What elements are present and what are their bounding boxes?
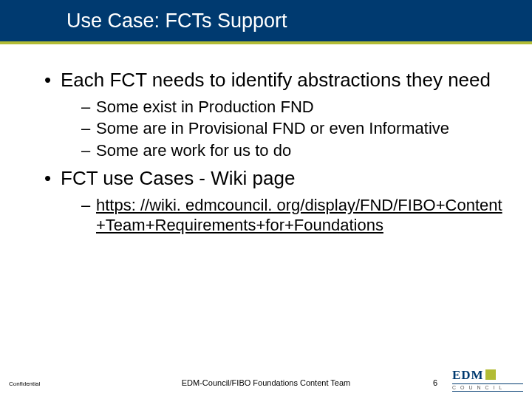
slide: Use Case: FCTs Support Each FCT needs to… bbox=[0, 0, 532, 399]
logo-main-text: EDM bbox=[452, 368, 484, 383]
sub-item: Some are in Provisional FND or even Info… bbox=[61, 118, 502, 139]
slide-title: Use Case: FCTs Support bbox=[66, 10, 287, 33]
logo-square-icon bbox=[485, 369, 496, 380]
edm-council-logo: EDM C O U N C I L bbox=[452, 368, 523, 389]
bullet-list: Each FCT needs to identify abstractions … bbox=[38, 68, 502, 236]
bullet-item: Each FCT needs to identify abstractions … bbox=[38, 68, 502, 160]
bullet-text: Each FCT needs to identify abstractions … bbox=[61, 69, 491, 91]
logo-sub-text: C O U N C I L bbox=[452, 383, 523, 392]
content-area: Each FCT needs to identify abstractions … bbox=[38, 68, 502, 242]
title-band: Use Case: FCTs Support bbox=[0, 0, 532, 44]
sub-list: https: //wiki. edmcouncil. org/display/F… bbox=[61, 195, 502, 236]
sub-item-link: https: //wiki. edmcouncil. org/display/F… bbox=[61, 195, 502, 236]
sub-list: Some exist in Production FND Some are in… bbox=[61, 97, 502, 161]
page-number: 6 bbox=[433, 378, 437, 387]
sub-item: Some exist in Production FND bbox=[61, 97, 502, 117]
bullet-item: FCT use Cases - Wiki page https: //wiki.… bbox=[38, 166, 502, 236]
bullet-text: FCT use Cases - Wiki page bbox=[61, 167, 295, 189]
wiki-link[interactable]: https: //wiki. edmcouncil. org/display/F… bbox=[96, 196, 502, 235]
footer: Confidential EDM-Council/FIBO Foundation… bbox=[0, 369, 532, 392]
sub-item: Some are work for us to do bbox=[61, 140, 502, 161]
